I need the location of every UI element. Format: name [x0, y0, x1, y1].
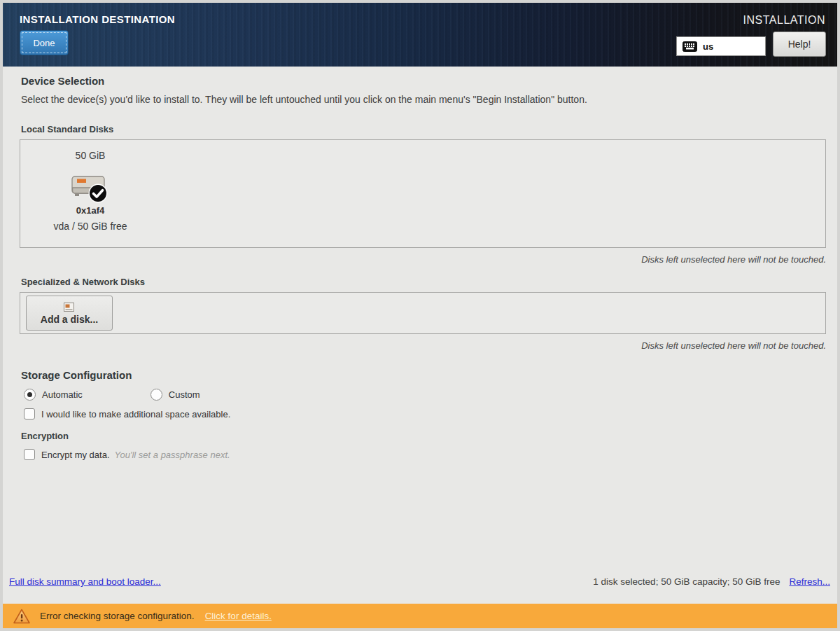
warning-icon	[13, 608, 31, 625]
storage-configuration-heading: Storage Configuration	[21, 369, 826, 381]
radio-custom-label: Custom	[169, 389, 200, 400]
window-frame: INSTALLATION DESTINATION Done INSTALLATI…	[3, 3, 837, 628]
device-selection-description: Select the device(s) you'd like to insta…	[21, 94, 826, 105]
add-disk-icon	[63, 302, 76, 313]
disk-size: 50 GiB	[76, 150, 106, 161]
installation-label: INSTALLATION	[743, 14, 825, 27]
additional-space-label: I would like to make additional space av…	[41, 409, 230, 419]
unselected-note: Disks left unselected here will not be t…	[20, 254, 826, 265]
disk-name: 0x1af4	[76, 205, 104, 216]
warning-details-link[interactable]: Click for details.	[205, 611, 272, 621]
disk-summary-link[interactable]: Full disk summary and boot loader...	[9, 576, 161, 587]
checkbox-additional-space[interactable]: I would like to make additional space av…	[24, 408, 230, 419]
radio-automatic-label: Automatic	[42, 389, 83, 400]
specialized-disks-heading: Specialized & Network Disks	[21, 277, 826, 287]
footer-row: Full disk summary and boot loader... 1 d…	[9, 576, 830, 587]
hard-drive-icon	[71, 169, 109, 204]
disk-tile-vda[interactable]: 50 GiB 0x1af4 vda / 50 GiB free	[29, 140, 152, 232]
disk-details: vda / 50 GiB free	[53, 221, 127, 232]
keyboard-icon	[682, 41, 697, 52]
partitioning-radio-row: Automatic Custom	[24, 389, 826, 401]
unselected-note-2: Disks left unselected here will not be t…	[20, 340, 826, 351]
done-button[interactable]: Done	[20, 30, 69, 55]
keyboard-layout-value: us	[703, 41, 713, 52]
radio-custom[interactable]: Custom	[150, 389, 200, 401]
encrypt-row: Encrypt my data. You'll set a passphrase…	[24, 449, 826, 460]
device-selection-heading: Device Selection	[21, 67, 826, 87]
radio-custom-control	[150, 389, 162, 401]
checkbox-additional-space-control	[24, 408, 35, 419]
radio-automatic-control	[24, 389, 36, 401]
page-title: INSTALLATION DESTINATION	[20, 13, 175, 25]
local-disks-panel: 50 GiB 0x1af4 vda / 50 GiB free	[20, 139, 826, 248]
specialized-disks-panel: Add a disk...	[20, 292, 826, 334]
additional-space-row: I would like to make additional space av…	[24, 408, 826, 419]
warning-bar[interactable]: Error checking storage configuration. Cl…	[3, 604, 837, 628]
local-disks-heading: Local Standard Disks	[21, 124, 826, 134]
warning-message: Error checking storage configuration.	[40, 611, 195, 621]
refresh-link[interactable]: Refresh...	[789, 576, 830, 587]
checkbox-encrypt[interactable]: Encrypt my data.	[24, 449, 110, 460]
encrypt-hint: You'll set a passphrase next.	[115, 450, 230, 460]
keyboard-layout-indicator[interactable]: us	[676, 36, 766, 56]
encryption-heading: Encryption	[21, 431, 826, 441]
add-disk-button[interactable]: Add a disk...	[26, 296, 113, 331]
main-content: Device Selection Select the device(s) yo…	[3, 67, 837, 604]
encrypt-label: Encrypt my data.	[41, 450, 110, 460]
add-disk-label: Add a disk...	[41, 314, 98, 325]
radio-automatic[interactable]: Automatic	[24, 389, 83, 401]
help-button[interactable]: Help!	[773, 32, 826, 57]
header-bar: INSTALLATION DESTINATION Done INSTALLATI…	[3, 3, 837, 67]
checkbox-encrypt-control	[24, 449, 35, 460]
selection-status: 1 disk selected; 50 GiB capacity; 50 GiB…	[593, 576, 780, 587]
